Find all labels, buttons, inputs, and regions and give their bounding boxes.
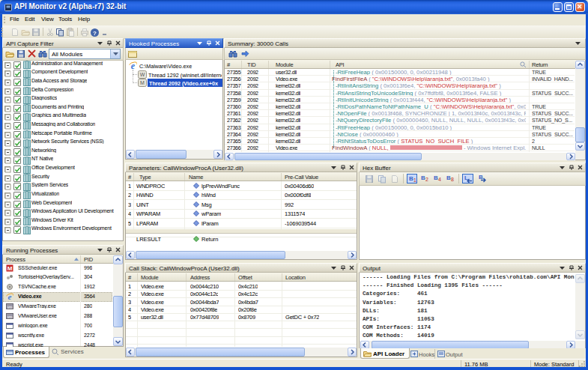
- svg-text:M: M: [7, 265, 13, 272]
- svg-text:vm: vm: [7, 305, 13, 309]
- svg-text:W: W: [140, 72, 145, 77]
- svg-text:vm: vm: [7, 315, 13, 319]
- svg-text:M: M: [140, 80, 145, 85]
- svg-text:?: ?: [93, 30, 97, 37]
